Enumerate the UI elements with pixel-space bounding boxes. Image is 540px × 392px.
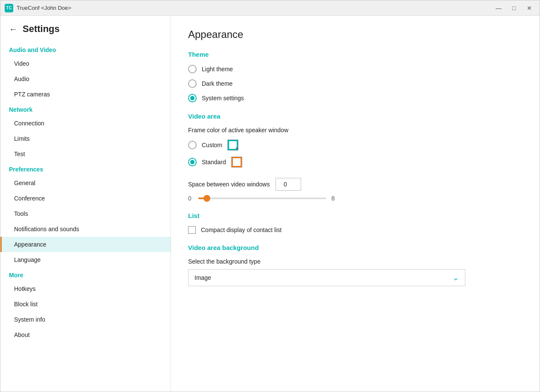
slider-row: 0 8 (188, 195, 523, 202)
theme-system-label: System settings (202, 95, 244, 102)
bg-dropdown-value: Image (195, 274, 211, 281)
back-button[interactable]: ← (9, 24, 17, 34)
section-audio-video: Audio and Video (0, 42, 171, 56)
sidebar: ← Settings Audio and Video Video Audio P… (0, 16, 171, 392)
maximize-button[interactable]: □ (508, 3, 520, 13)
sidebar-item-about[interactable]: About (0, 327, 171, 343)
sidebar-item-test[interactable]: Test (0, 146, 171, 162)
theme-system-radio[interactable] (188, 94, 197, 102)
frame-color-radio-group: Custom Standard (188, 139, 523, 168)
dropdown-arrow-icon: ⌄ (453, 273, 459, 282)
sidebar-item-conference[interactable]: Conference (0, 191, 171, 206)
theme-option-light[interactable]: Light theme (188, 65, 523, 73)
sidebar-item-system-info[interactable]: System info (0, 312, 171, 327)
section-preferences: Preferences (0, 162, 171, 175)
standard-color-swatch[interactable] (231, 157, 242, 168)
minimize-button[interactable]: — (493, 3, 505, 13)
space-input[interactable] (276, 178, 301, 191)
compact-label: Compact display of contact list (201, 226, 282, 233)
section-network: Network (0, 102, 171, 116)
sidebar-item-audio[interactable]: Audio (0, 71, 171, 87)
section-more: More (0, 267, 171, 281)
slider-max-label: 8 (331, 195, 337, 202)
sidebar-item-video[interactable]: Video (0, 56, 171, 71)
content-area: Appearance Theme Light theme Dark theme … (171, 16, 540, 392)
page-title: Appearance (188, 29, 523, 41)
app-title: TrueConf <John Doe> (17, 5, 493, 11)
space-label: Space between video windows (188, 181, 270, 188)
frame-custom-label: Custom (202, 142, 222, 148)
sidebar-item-ptz-cameras[interactable]: PTZ cameras (0, 87, 171, 102)
list-section-label: List (188, 212, 523, 219)
space-field-row: Space between video windows (188, 178, 523, 191)
sidebar-item-general[interactable]: General (0, 175, 171, 191)
theme-light-label: Light theme (202, 66, 233, 73)
theme-option-dark[interactable]: Dark theme (188, 79, 523, 88)
video-bg-section-label: Video area background (188, 244, 523, 251)
sidebar-title: Settings (23, 23, 60, 35)
custom-color-swatch[interactable] (227, 139, 238, 151)
frame-standard-radio[interactable] (188, 158, 197, 166)
theme-dark-label: Dark theme (202, 80, 232, 87)
theme-section-label: Theme (188, 51, 523, 58)
sidebar-item-tools[interactable]: Tools (0, 206, 171, 221)
compact-checkbox-row: Compact display of contact list (188, 226, 523, 234)
sidebar-item-limits[interactable]: Limits (0, 131, 171, 146)
frame-custom-radio[interactable] (188, 141, 197, 149)
frame-standard-option[interactable]: Standard (188, 157, 523, 168)
frame-custom-option[interactable]: Custom (188, 139, 523, 151)
sidebar-item-language[interactable]: Language (0, 252, 171, 267)
sidebar-item-hotkeys[interactable]: Hotkeys (0, 281, 171, 296)
bg-type-label: Select the background type (188, 258, 523, 265)
slider-thumb[interactable] (203, 195, 210, 202)
theme-light-radio[interactable] (188, 65, 197, 73)
video-area-section-label: Video area (188, 113, 523, 120)
slider-track[interactable] (198, 197, 326, 199)
theme-radio-group: Light theme Dark theme System settings (188, 65, 523, 102)
sidebar-header: ← Settings (0, 16, 171, 42)
main-container: ← Settings Audio and Video Video Audio P… (0, 16, 540, 392)
sidebar-item-block-list[interactable]: Block list (0, 296, 171, 312)
bg-dropdown-row: Image ⌄ (188, 269, 523, 286)
frame-color-label: Frame color of active speaker window (188, 127, 523, 134)
window-controls: — □ ✕ (493, 3, 535, 13)
app-logo: TC (5, 4, 13, 12)
close-button[interactable]: ✕ (523, 3, 535, 13)
compact-checkbox[interactable] (188, 226, 196, 234)
frame-standard-label: Standard (202, 159, 226, 166)
titlebar: TC TrueConf <John Doe> — □ ✕ (0, 0, 540, 16)
theme-dark-radio[interactable] (188, 79, 197, 88)
bg-type-dropdown[interactable]: Image ⌄ (188, 269, 465, 286)
slider-min-label: 0 (188, 195, 193, 202)
sidebar-item-notifications[interactable]: Notifications and sounds (0, 221, 171, 237)
sidebar-item-appearance[interactable]: Appearance (0, 237, 171, 252)
theme-option-system[interactable]: System settings (188, 94, 523, 102)
sidebar-item-connection[interactable]: Connection (0, 116, 171, 131)
